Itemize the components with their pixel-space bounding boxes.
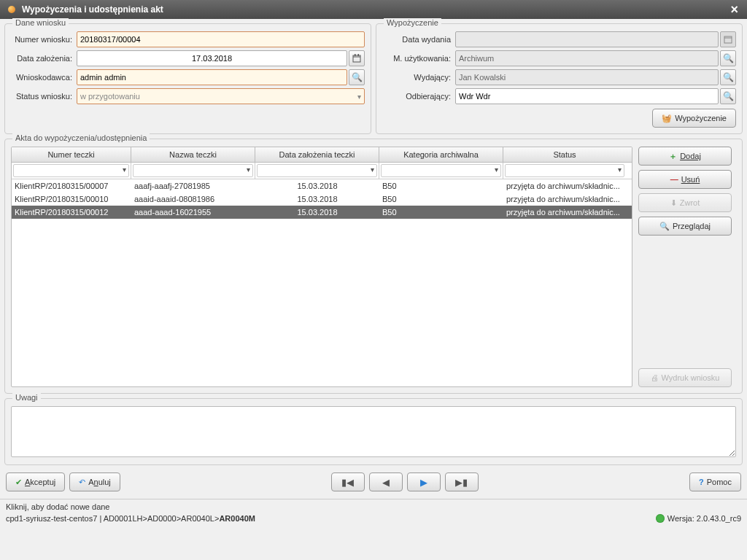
col-numer[interactable]: Numer teczki [12, 147, 131, 162]
col-kategoria[interactable]: Kategoria archiwalna [379, 147, 503, 162]
usun-button[interactable]: — Usuń [638, 170, 732, 189]
zwrot-label: Zwrot [680, 198, 700, 207]
dodaj-button[interactable]: ＋ Dodaj [638, 147, 732, 166]
download-icon: ⬇ [670, 198, 677, 208]
filter-row [12, 163, 632, 179]
col-nazwa[interactable]: Nazwa teczki [131, 147, 255, 162]
anuluj-button[interactable]: ↶ Anuluj [69, 472, 120, 491]
cell: aaafj-aaafj-27081985 [131, 182, 255, 190]
table-row[interactable]: KlientRP/20180315/00007 aaafj-aaafj-2708… [12, 179, 632, 192]
window-title: Wypożyczenia i udostępnienia akt [22, 4, 163, 15]
table-body: KlientRP/20180315/00007 aaafj-aaafj-2708… [12, 179, 632, 219]
table-row[interactable]: KlientRP/20180315/00012 aaad-aaad-160219… [12, 206, 632, 219]
cell: KlientRP/20180315/00012 [12, 208, 131, 217]
cell: aaad-aaad-16021955 [131, 208, 255, 217]
magnifier-icon: 🔍 [659, 222, 670, 231]
filter-nazwa[interactable] [133, 164, 253, 177]
wypozyczenie-button[interactable]: 🧺 Wypożyczenie [652, 109, 736, 128]
help-icon: ? [699, 478, 704, 486]
app-icon [6, 4, 18, 15]
data-wydania-label: Data wydania [382, 35, 455, 44]
plus-icon: ＋ [669, 151, 677, 162]
status-hint: Kliknij, aby dodać nowe dane [0, 499, 747, 513]
chevron-down-icon: ▾ [357, 93, 361, 101]
nav-first-button[interactable]: ▮◀ [331, 472, 365, 491]
wydruk-button: 🖨 Wydruk wniosku [638, 368, 732, 387]
status-wniosku-select[interactable]: w przygotowaniu ▾ [77, 88, 365, 104]
wypo-legend: Wypożyczenie [384, 18, 441, 27]
nav-last-button[interactable]: ▶▮ [445, 472, 479, 491]
pomoc-button[interactable]: ? Pomoc [689, 472, 741, 491]
cell: 15.03.2018 [255, 182, 379, 190]
data-zal-label: Data założenia: [11, 54, 77, 63]
undo-icon: ↶ [79, 478, 85, 487]
numer-wniosku-input[interactable] [77, 31, 365, 47]
filter-kategoria[interactable] [381, 164, 501, 177]
filter-status[interactable] [505, 164, 624, 177]
bottom-bar: ✔ Akceptuj ↶ Anuluj ▮◀ ◀ ▶ ▶▮ ? Pomoc [4, 470, 743, 494]
titlebar: Wypożyczenia i udostępnienia akt × [0, 0, 747, 19]
uwagi-group: Uwagi [4, 398, 743, 465]
search-icon[interactable]: 🔍 [720, 69, 736, 85]
cell: B50 [379, 195, 503, 203]
uwagi-textarea[interactable] [11, 406, 736, 457]
akta-group: Akta do wypożyczenia/udostępnienia Numer… [4, 139, 743, 394]
przegladaj-button[interactable]: 🔍 Przeglądaj [638, 217, 732, 236]
odbierajacy-label: Odbierający: [382, 92, 455, 101]
svg-rect-3 [358, 54, 360, 56]
dane-wniosku-group: Dane wniosku Numer wniosku: Data założen… [4, 23, 371, 134]
table-row[interactable]: KlientRP/20180315/00010 aaaid-aaaid-0808… [12, 192, 632, 206]
anuluj-label: Anuluj [88, 478, 111, 486]
search-icon[interactable]: 🔍 [720, 50, 736, 66]
data-zalozenia-input[interactable] [77, 50, 347, 66]
wypozyczenie-group: Wypożyczenie Data wydania M. użytkowania… [376, 23, 743, 134]
cell: B50 [379, 208, 503, 217]
status-wniosku-label: Status wniosku: [11, 92, 77, 101]
filter-numer[interactable] [13, 164, 129, 177]
wydruk-label: Wydruk wniosku [662, 373, 720, 382]
status-path-text: cpd1-syriusz-test-centos7 | AD0001LH>AD0… [6, 514, 219, 523]
table-header: Numer teczki Nazwa teczki Data założenia… [12, 147, 632, 163]
status-path: cpd1-syriusz-test-centos7 | AD0001LH>AD0… [0, 513, 747, 526]
cell: aaaid-aaaid-08081986 [131, 195, 255, 203]
cell: przyjęta do archiwum/składnic... [503, 208, 626, 217]
col-status[interactable]: Status [503, 147, 626, 162]
cell: przyjęta do archiwum/składnic... [503, 182, 626, 190]
uwagi-legend: Uwagi [12, 393, 41, 402]
muzytkowania-label: M. użytkowania: [382, 54, 455, 63]
akta-table[interactable]: Numer teczki Nazwa teczki Data założenia… [11, 147, 632, 387]
version-label: Wersja: 2.0.43.0_rc9 [667, 514, 741, 523]
filter-data[interactable] [257, 164, 377, 177]
numer-label: Numer wniosku: [11, 35, 77, 44]
dodaj-label: Dodaj [680, 152, 701, 160]
search-icon[interactable]: 🔍 [349, 69, 365, 85]
akceptuj-button[interactable]: ✔ Akceptuj [6, 472, 65, 491]
col-data[interactable]: Data założenia teczki [255, 147, 379, 162]
calendar-icon[interactable] [349, 50, 365, 66]
usun-label: Usuń [681, 175, 700, 184]
nav-prev-button[interactable]: ◀ [369, 472, 403, 491]
wnioskodawca-input[interactable] [77, 69, 347, 85]
data-wydania-input [455, 31, 719, 47]
check-icon: ✔ [15, 478, 22, 487]
svg-rect-4 [724, 36, 732, 43]
svg-rect-2 [355, 54, 356, 56]
pomoc-label: Pomoc [707, 478, 732, 486]
search-icon[interactable]: 🔍 [720, 88, 736, 104]
cell: KlientRP/20180315/00010 [12, 195, 131, 203]
wypo-btn-label: Wypożyczenie [675, 114, 727, 122]
akta-legend: Akta do wypożyczenia/udostępnienia [12, 133, 150, 142]
close-icon[interactable]: × [727, 2, 741, 18]
calendar-disabled-icon [720, 31, 736, 47]
przegladaj-label: Przeglądaj [673, 222, 711, 230]
cell: przyjęta do archiwum/składnic... [503, 195, 626, 203]
cell: 15.03.2018 [255, 208, 379, 217]
basket-icon: 🧺 [662, 114, 672, 123]
nav-next-button[interactable]: ▶ [407, 472, 441, 491]
cell: KlientRP/20180315/00007 [12, 182, 131, 190]
odbierajacy-input[interactable] [455, 88, 719, 104]
printer-icon: 🖨 [651, 373, 659, 382]
wnioskodawca-label: Wnioskodawca: [11, 73, 77, 82]
cell: 15.03.2018 [255, 195, 379, 203]
dane-legend: Dane wniosku [12, 18, 69, 27]
